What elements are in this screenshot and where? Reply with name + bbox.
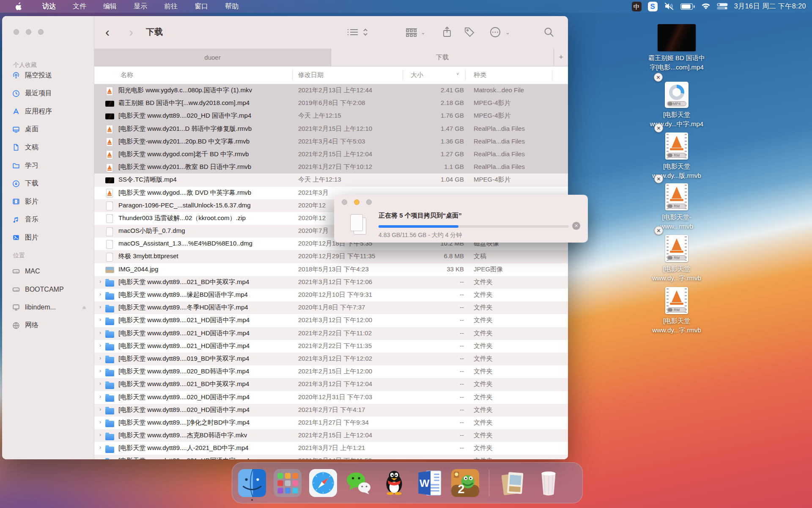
file-row[interactable]: ›[电影天堂 www.dytt89....021_HD国语中字.mp42021年… [94,314,568,327]
file-row[interactable]: ›[电影天堂 www.dytt89....021_BD中英双字.mp42021年… [94,378,568,391]
stop-copy-badge[interactable]: ✕ [654,73,663,82]
cancel-copy-button[interactable]: ✕ [572,222,580,230]
volume-muted-icon[interactable] [664,2,674,11]
close-button[interactable] [14,29,19,35]
dialog-close-button[interactable] [342,199,347,205]
apple-menu-icon[interactable] [15,2,23,11]
disclosure-chevron-icon[interactable]: › [99,457,101,459]
dialog-zoom-button[interactable] [366,199,372,205]
dock-word-icon[interactable]: W [416,469,444,497]
new-tab-button[interactable]: + [554,49,568,66]
file-row[interactable]: [电影天堂 www.dy201...教室 BD 日语中字.rmvb2021年1月… [94,161,568,174]
dock-launchpad-icon[interactable] [274,469,302,497]
disclosure-chevron-icon[interactable]: › [99,342,101,348]
search-icon[interactable] [543,24,554,41]
menu-item-2[interactable]: 文件 [66,0,93,13]
disclosure-chevron-icon[interactable]: › [99,278,101,284]
dialog-minimize-button[interactable] [354,199,359,205]
wifi-icon[interactable] [701,3,710,10]
group-by-icon[interactable] [405,24,418,41]
disclosure-chevron-icon[interactable]: › [99,444,101,450]
eject-icon[interactable] [81,304,87,310]
tab-duoer[interactable]: duoer [94,49,331,66]
file-row[interactable]: SS令.TC清晰版.mp4今天 上午12:131.04 GBMPEG-4影片 [94,174,568,186]
file-row[interactable]: [电影天堂 www.dygod.com]老千 BD 中字.rmvb2021年2月… [94,148,568,161]
zoom-button[interactable] [38,29,44,35]
column-separator[interactable] [552,70,552,80]
forward-button[interactable]: › [129,24,133,41]
battery-icon[interactable] [680,3,695,10]
menu-item-5[interactable]: 前往 [157,0,184,13]
disclosure-chevron-icon[interactable]: › [99,431,101,438]
file-row[interactable]: ›[电影天堂 www.dytt89....020_BD韩语中字.mp42021年… [94,365,568,378]
input-method-icon[interactable]: 中 [632,2,642,11]
column-separator[interactable] [403,70,403,80]
file-row[interactable]: ›[电影天堂 www.dytt89....缘起BD国语中字.mp42020年12… [94,289,568,301]
disclosure-chevron-icon[interactable]: › [99,393,101,400]
column-separator[interactable] [292,70,293,80]
dock-wechat-icon[interactable] [345,469,373,497]
menu-item-1[interactable]: 访达 [36,0,63,13]
menu-item-6[interactable]: 窗口 [188,0,215,13]
sidebar-item-[interactable]: 影片 [8,195,90,208]
sidebar-item-[interactable]: 桌面 [8,123,90,136]
column-name[interactable]: 名称 [121,71,133,79]
minimize-button[interactable] [26,29,31,35]
desktop-icon-1[interactable]: 霸王别姬 BD 国语中字[电影...com].mp4 [626,24,727,72]
desktop-icon-4[interactable]: RM✕[电影天堂-www...rmvb [626,183,727,231]
sidebar-item-[interactable]: 下载 [8,177,90,190]
desktop-icon-6[interactable]: RM[电影天堂www.dy...字.rmvb [626,287,727,335]
sidebar-item-[interactable]: 学习 [8,159,90,172]
sidebar-item-[interactable]: 音乐 [8,213,90,226]
column-kind[interactable]: 种类 [474,71,486,79]
file-row[interactable]: ›[电影天堂 www.dytt89....人-2021_BD中字.mp42021… [94,442,568,455]
dock-downloads-icon[interactable] [499,469,527,497]
more-actions-icon[interactable] [489,24,501,41]
menu-item-3[interactable]: 编辑 [96,0,123,13]
control-center-icon[interactable] [717,3,728,10]
disclosure-chevron-icon[interactable]: › [99,380,101,387]
file-row[interactable]: [电影天堂 www.dytt89....020_HD 国语中字.mp4今天 上午… [94,110,568,122]
column-separator[interactable] [465,70,466,80]
dock-finder-icon[interactable] [238,469,266,497]
sort-chevrons-icon[interactable] [362,24,368,41]
dock-game-icon[interactable]: 2 [451,469,479,497]
stop-copy-badge[interactable]: ✕ [654,174,663,183]
file-row[interactable]: 阳光电影 www.ygdy8.c...080p.国语中字 (1).mkv2021… [94,84,568,97]
sidebar-item-[interactable]: 隔空投送 [8,69,90,82]
file-row[interactable]: ›[电影天堂 www.dytt89....021_HD国语中字.mp42021年… [94,327,568,340]
share-icon[interactable] [442,24,452,41]
menu-clock[interactable]: 3月16日 周二 下午8:20 [734,2,806,11]
column-size[interactable]: 大小 [411,71,423,79]
sidebar-item-bootcamp[interactable]: BOOTCAMP [8,283,90,296]
desktop-icon-3[interactable]: RM✕[电影天堂www.dy...版.rmvb [626,133,727,180]
column-date[interactable]: 修改日期 [298,71,324,79]
sidebar-item-[interactable]: 文稿 [8,141,90,154]
sidebar-item-[interactable]: 应用程序 [8,105,90,118]
file-row[interactable]: 终极 3mybtt.bttpreset2020年12月29日 下午11:356.… [94,250,568,263]
stop-copy-badge[interactable]: ✕ [654,124,663,133]
file-row[interactable]: ›[电影天堂 www.dytt89....020_HD国语中字.mp42020年… [94,391,568,404]
disclosure-chevron-icon[interactable]: › [99,419,101,425]
sidebar-item-[interactable]: 网络 [8,319,90,332]
disclosure-chevron-icon[interactable]: › [99,291,101,297]
file-row[interactable]: ›[电影天堂 www.dytt89....冬季HD国语中字.mp42020年1月… [94,301,568,314]
sidebar-item-[interactable]: 图片 [8,231,90,244]
menu-item-7[interactable]: 帮助 [218,0,245,13]
file-row[interactable]: ›[电影天堂 www.dytt89....020_HD国语中字.mp42021年… [94,404,568,417]
stop-copy-badge[interactable]: ✕ [654,226,663,235]
sogou-icon[interactable]: S [648,2,658,11]
disclosure-chevron-icon[interactable]: › [99,304,101,310]
file-row[interactable]: ›[电影天堂 www.dytt89....杰克BD韩语中字.mkv2021年2月… [94,429,568,442]
sidebar-item-libindem[interactable]: libindem... [8,301,90,314]
dock-safari-icon[interactable] [309,469,337,497]
dock-qq-icon[interactable] [380,469,408,497]
file-row[interactable]: IMG_2044.jpg2018年5月13日 下午4:2333 KBJPEG图像 [94,263,568,276]
disclosure-chevron-icon[interactable]: › [99,406,101,412]
sidebar-item-[interactable]: 最近项目 [8,87,90,100]
file-row[interactable]: ›[电影天堂 www.dytt89....021_HD国语中字.mp42021年… [94,340,568,353]
disclosure-chevron-icon[interactable]: › [99,329,101,336]
file-row[interactable]: ›[电影天堂 www.dytt89....]净化之时BD中字.mp42021年1… [94,417,568,429]
disclosure-chevron-icon[interactable]: › [99,367,101,374]
file-row[interactable]: [电影天堂-www.dy201...20p.BD 中文字幕.rmvb2021年3… [94,135,568,148]
